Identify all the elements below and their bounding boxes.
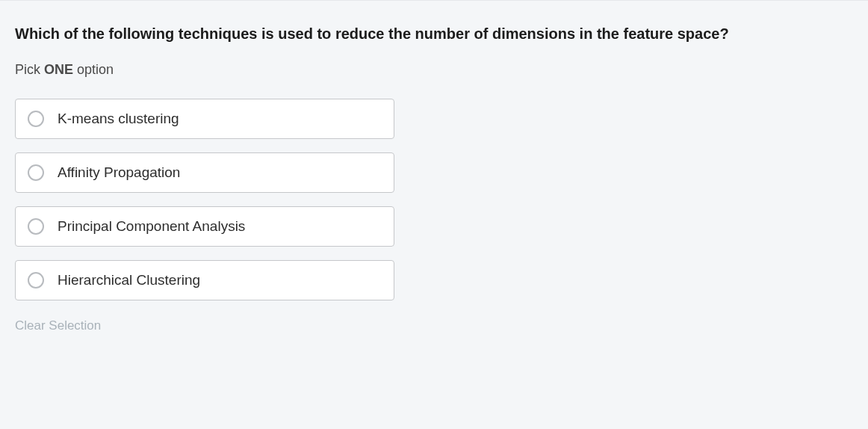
question-container: Which of the following techniques is use…	[0, 0, 868, 345]
radio-icon	[28, 218, 44, 235]
option-pca[interactable]: Principal Component Analysis	[15, 206, 394, 247]
clear-selection-button[interactable]: Clear Selection	[15, 318, 101, 333]
instruction-text: Pick ONE option	[15, 62, 853, 78]
radio-icon	[28, 111, 44, 127]
option-label: Principal Component Analysis	[58, 218, 245, 235]
option-label: K-means clustering	[58, 111, 179, 127]
option-kmeans[interactable]: K-means clustering	[15, 99, 394, 139]
radio-icon	[28, 164, 44, 181]
question-text: Which of the following techniques is use…	[15, 23, 853, 44]
instruction-prefix: Pick	[15, 62, 44, 77]
radio-icon	[28, 272, 44, 288]
option-hierarchical[interactable]: Hierarchical Clustering	[15, 260, 394, 300]
option-label: Affinity Propagation	[58, 164, 180, 181]
options-list: K-means clustering Affinity Propagation …	[15, 99, 394, 300]
option-label: Hierarchical Clustering	[58, 272, 200, 288]
instruction-bold: ONE	[44, 62, 73, 77]
instruction-suffix: option	[73, 62, 114, 77]
option-affinity[interactable]: Affinity Propagation	[15, 152, 394, 193]
